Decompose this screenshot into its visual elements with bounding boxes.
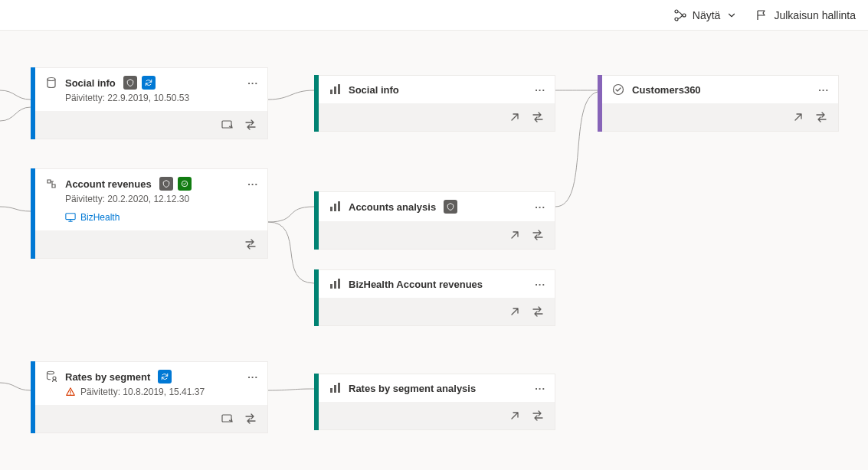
more-options-button[interactable]: ··· (247, 77, 258, 89)
more-options-button[interactable]: ··· (535, 383, 545, 394)
refresh-badge-icon (142, 76, 156, 90)
dataflow-icon (45, 178, 57, 190)
lineage-icon (674, 9, 686, 21)
flag-icon (755, 9, 768, 21)
publish-management-button[interactable]: Julkaisun hallinta (755, 9, 856, 21)
swap-icon[interactable] (532, 229, 544, 241)
open-icon[interactable] (509, 229, 521, 241)
topbar: Näytä Julkaisun hallinta (0, 0, 868, 31)
swap-icon[interactable] (532, 111, 544, 123)
more-options-button[interactable]: ··· (535, 84, 545, 96)
refresh-badge-icon (158, 370, 172, 384)
view-label: Näytä (693, 9, 721, 21)
more-options-button[interactable]: ··· (247, 178, 258, 190)
publish-label: Julkaisun hallinta (774, 9, 856, 21)
node-title: Social info (65, 77, 116, 89)
swap-icon[interactable] (532, 410, 544, 422)
swap-icon[interactable] (532, 305, 544, 318)
report-node-accounts-analysis[interactable]: Accounts analysis ··· (314, 191, 555, 250)
node-title: Customers360 (632, 84, 701, 96)
report-node-rates-analysis[interactable]: Rates by segment analysis ··· (314, 374, 555, 430)
node-title: Accounts analysis (349, 201, 436, 213)
shared-dataset-icon (45, 370, 57, 383)
more-options-button[interactable]: ··· (818, 84, 829, 96)
report-icon (329, 278, 341, 290)
database-icon (45, 77, 57, 89)
swap-icon[interactable] (815, 111, 827, 123)
chevron-down-icon (726, 10, 737, 21)
app-node-customers360[interactable]: Customers360 ··· (598, 75, 839, 132)
more-options-button[interactable]: ··· (247, 371, 258, 383)
node-title: Rates by segment (65, 371, 150, 383)
more-options-button[interactable]: ··· (535, 279, 545, 290)
open-icon[interactable] (509, 410, 521, 422)
send-icon[interactable] (221, 119, 234, 131)
warning-icon (65, 387, 76, 397)
report-icon (329, 382, 341, 394)
view-dropdown[interactable]: Näytä (674, 9, 738, 21)
open-icon[interactable] (509, 305, 521, 318)
node-title: BizHealth Account revenues (349, 279, 483, 290)
node-title: Social info (349, 84, 399, 96)
lineage-canvas[interactable]: Social info ··· Päivitetty: 22.9.2019, 1… (0, 31, 868, 470)
report-node-bizhealth-revenues[interactable]: BizHealth Account revenues ··· (314, 269, 555, 326)
node-title: Rates by segment analysis (349, 383, 476, 394)
node-title: Account revenues (65, 178, 152, 190)
monitor-icon (65, 212, 76, 223)
report-icon (329, 201, 341, 213)
dataset-node-rates-by-segment[interactable]: Rates by segment ··· Päivitetty: 10.8.20… (31, 361, 268, 433)
app-icon (612, 83, 624, 96)
open-icon[interactable] (509, 111, 521, 123)
updated-label: Päivitetty: 20.2.2020, 12.12.30 (31, 192, 267, 212)
dataset-node-account-revenues[interactable]: Account revenues ··· Päivitetty: 20.2.20… (31, 168, 268, 259)
updated-label: Päivitetty: 10.8.2019, 15.41.37 (31, 385, 267, 405)
promoted-badge-icon (444, 200, 457, 214)
swap-icon[interactable] (244, 119, 257, 131)
report-icon (329, 83, 341, 96)
promoted-badge-icon (123, 76, 137, 90)
swap-icon[interactable] (244, 413, 257, 425)
swap-icon[interactable] (244, 238, 257, 250)
more-options-button[interactable]: ··· (535, 201, 545, 213)
updated-label: Päivitetty: 22.9.2019, 10.50.53 (31, 91, 267, 111)
certified-badge-icon (178, 177, 192, 191)
dataset-node-social-info[interactable]: Social info ··· Päivitetty: 22.9.2019, 1… (31, 67, 268, 139)
send-icon[interactable] (221, 413, 234, 425)
promoted-badge-icon (159, 177, 173, 191)
workspace-link[interactable]: BizHealth (31, 212, 267, 230)
open-icon[interactable] (792, 111, 804, 123)
report-node-social-info[interactable]: Social info ··· (314, 75, 555, 132)
